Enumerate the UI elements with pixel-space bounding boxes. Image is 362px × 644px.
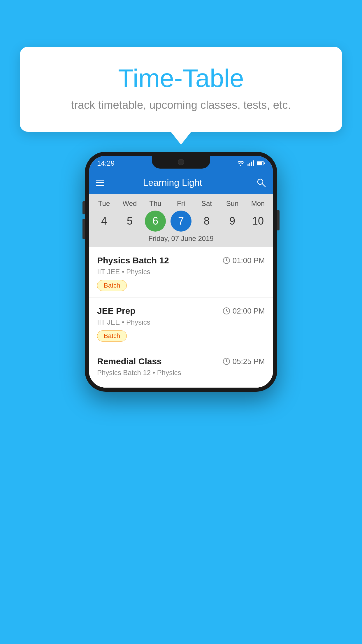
class-subject-line: IIT JEE • Physics — [97, 268, 265, 276]
tooltip-subtitle: track timetable, upcoming classes, tests… — [43, 99, 319, 111]
class-item-header: Physics Batch 12 01:00 PM — [97, 256, 265, 265]
class-item[interactable]: JEE Prep 02:00 PMIIT JEE • PhysicsBatch — [89, 298, 273, 348]
class-name: Remedial Class — [97, 356, 162, 366]
day-number[interactable]: 8 — [196, 211, 217, 232]
app-bar: Learning Light — [89, 171, 273, 194]
class-time: 01:00 PM — [223, 256, 265, 265]
svg-rect-5 — [257, 162, 262, 165]
class-item-header: Remedial Class 05:25 PM — [97, 356, 265, 366]
clock-icon — [223, 307, 230, 315]
signal-icon — [247, 160, 254, 166]
day-number[interactable]: 9 — [222, 211, 243, 232]
phone-camera — [178, 159, 184, 165]
status-time: 14:29 — [97, 159, 115, 167]
class-list: Physics Batch 12 01:00 PMIIT JEE • Physi… — [89, 247, 273, 388]
calendar-strip: TueWedThuFriSatSunMon 45678910 Friday, 0… — [89, 194, 273, 247]
day-header: Sun — [222, 200, 243, 208]
phone-screen: 14:29 — [89, 156, 273, 388]
day-header: Thu — [145, 200, 166, 208]
volume-down-button — [82, 219, 85, 239]
wifi-icon — [237, 160, 245, 166]
svg-line-11 — [226, 260, 228, 261]
batch-badge: Batch — [97, 330, 127, 342]
clock-icon — [223, 257, 230, 264]
day-headers: TueWedThuFriSatSunMon — [89, 200, 273, 208]
svg-rect-2 — [251, 162, 252, 166]
app-title: Learning Light — [96, 177, 249, 188]
time-text: 05:25 PM — [233, 357, 265, 366]
svg-rect-3 — [253, 160, 254, 166]
phone-mockup: 14:29 — [85, 152, 277, 392]
class-item[interactable]: Physics Batch 12 01:00 PMIIT JEE • Physi… — [89, 247, 273, 298]
svg-line-14 — [226, 311, 228, 312]
day-number[interactable]: 7 — [171, 211, 191, 232]
tooltip-card: Time-Table track timetable, upcoming cla… — [20, 47, 342, 132]
search-icon[interactable] — [256, 178, 266, 188]
class-name: JEE Prep — [97, 306, 136, 316]
class-item-header: JEE Prep 02:00 PM — [97, 306, 265, 316]
day-header: Wed — [119, 200, 140, 208]
clock-icon — [223, 358, 230, 365]
power-button — [277, 210, 280, 230]
time-text: 01:00 PM — [233, 256, 265, 265]
svg-rect-0 — [247, 164, 249, 166]
status-icons — [237, 160, 265, 166]
class-subject-line: Physics Batch 12 • Physics — [97, 369, 265, 377]
day-header: Sat — [196, 200, 217, 208]
day-number[interactable]: 5 — [119, 211, 140, 232]
day-header: Mon — [247, 200, 268, 208]
time-text: 02:00 PM — [233, 307, 265, 316]
day-number[interactable]: 6 — [145, 211, 166, 232]
svg-line-8 — [262, 184, 265, 187]
phone-frame: 14:29 — [85, 152, 277, 392]
class-time: 02:00 PM — [223, 307, 265, 316]
class-name: Physics Batch 12 — [97, 256, 169, 265]
day-number[interactable]: 4 — [94, 211, 115, 232]
tooltip-title: Time-Table — [43, 64, 319, 92]
volume-up-button — [82, 201, 85, 214]
batch-badge: Batch — [97, 280, 127, 291]
svg-line-17 — [226, 361, 228, 362]
day-header: Fri — [171, 200, 191, 208]
day-numbers: 45678910 — [89, 211, 273, 232]
svg-rect-6 — [264, 162, 265, 164]
class-subject-line: IIT JEE • Physics — [97, 318, 265, 326]
day-number[interactable]: 10 — [247, 211, 268, 232]
class-item[interactable]: Remedial Class 05:25 PMPhysics Batch 12 … — [89, 348, 273, 388]
class-time: 05:25 PM — [223, 357, 265, 366]
phone-notch — [152, 156, 210, 169]
svg-rect-1 — [249, 163, 250, 166]
selected-date-label: Friday, 07 June 2019 — [89, 232, 273, 244]
day-header: Tue — [94, 200, 115, 208]
battery-icon — [257, 161, 265, 166]
